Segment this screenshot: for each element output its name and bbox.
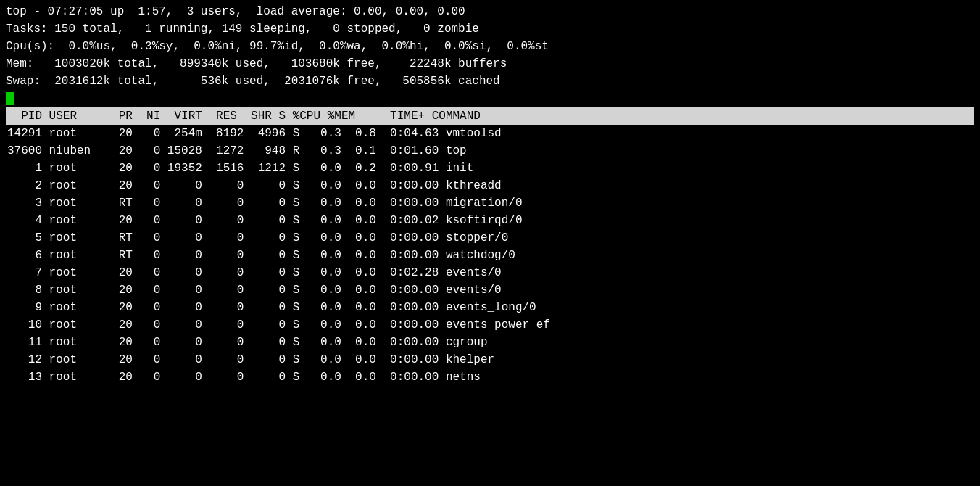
cursor-block [6,92,14,105]
header-line-2: Tasks: 150 total, 1 running, 149 sleepin… [6,20,974,38]
table-row: 13 root 20 0 0 0 0 S 0.0 0.0 0:00.00 net… [6,368,974,386]
terminal-window: top - 07:27:05 up 1:57, 3 users, load av… [0,0,980,486]
process-table: PID USER PR NI VIRT RES SHR S %CPU %MEM … [6,107,974,386]
table-row: 6 root RT 0 0 0 0 S 0.0 0.0 0:00.00 watc… [6,247,974,264]
table-row: 8 root 20 0 0 0 0 S 0.0 0.0 0:00.00 even… [6,281,974,299]
table-row: 7 root 20 0 0 0 0 S 0.0 0.0 0:02.28 even… [6,264,974,281]
header-line-5: Swap: 2031612k total, 536k used, 2031076… [6,73,974,90]
header-section: top - 07:27:05 up 1:57, 3 users, load av… [6,3,974,90]
header-line-1: top - 07:27:05 up 1:57, 3 users, load av… [6,3,974,20]
table-row: 14291 root 20 0 254m 8192 4996 S 0.3 0.8… [6,125,974,142]
table-row: 3 root RT 0 0 0 0 S 0.0 0.0 0:00.00 migr… [6,194,974,212]
table-row: 9 root 20 0 0 0 0 S 0.0 0.0 0:00.00 even… [6,299,974,316]
cursor-line [6,91,974,106]
table-header-row: PID USER PR NI VIRT RES SHR S %CPU %MEM … [6,107,974,125]
header-line-4: Mem: 1003020k total, 899340k used, 10368… [6,55,974,73]
table-row: 4 root 20 0 0 0 0 S 0.0 0.0 0:00.02 ksof… [6,212,974,229]
table-row: 37600 niuben 20 0 15028 1272 948 R 0.3 0… [6,142,974,160]
table-row: 12 root 20 0 0 0 0 S 0.0 0.0 0:00.00 khe… [6,351,974,368]
table-row: 1 root 20 0 19352 1516 1212 S 0.0 0.2 0:… [6,160,974,177]
table-row: 11 root 20 0 0 0 0 S 0.0 0.0 0:00.00 cgr… [6,334,974,351]
table-row: 5 root RT 0 0 0 0 S 0.0 0.0 0:00.00 stop… [6,229,974,247]
table-row: 10 root 20 0 0 0 0 S 0.0 0.0 0:00.00 eve… [6,316,974,334]
table-row: 2 root 20 0 0 0 0 S 0.0 0.0 0:00.00 kthr… [6,177,974,194]
table-body: 14291 root 20 0 254m 8192 4996 S 0.3 0.8… [6,125,974,386]
header-line-3: Cpu(s): 0.0%us, 0.3%sy, 0.0%ni, 99.7%id,… [6,38,974,55]
